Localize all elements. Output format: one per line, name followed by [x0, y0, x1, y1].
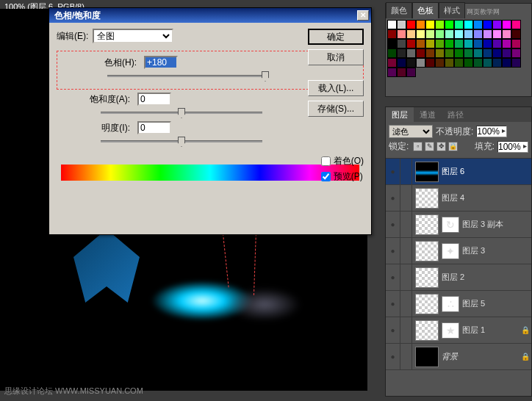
swatch[interactable] [511, 58, 521, 68]
swatch[interactable] [387, 20, 397, 29]
layer-thumbnail[interactable] [415, 347, 439, 367]
swatch[interactable] [425, 58, 435, 68]
layer-name[interactable]: 图层 5 [462, 298, 531, 309]
swatch[interactable] [454, 58, 464, 68]
blend-mode-select[interactable]: 滤色 [389, 125, 433, 138]
swatch[interactable] [387, 39, 397, 48]
swatch[interactable] [425, 29, 435, 39]
swatch[interactable] [397, 20, 406, 29]
layer-thumbnail[interactable] [415, 188, 439, 209]
swatch[interactable] [464, 58, 473, 68]
layer-row[interactable]: ↻图层 3 副本 [386, 212, 531, 238]
swatch[interactable] [445, 58, 454, 68]
layer-name[interactable]: 图层 3 [462, 245, 531, 256]
visibility-toggle[interactable] [386, 238, 400, 264]
swatch[interactable] [492, 48, 502, 58]
layer-thumbnail[interactable] [415, 267, 439, 288]
swatch[interactable] [445, 39, 454, 48]
swatch[interactable] [502, 29, 511, 39]
link-column[interactable] [400, 185, 412, 212]
colorize-checkbox[interactable]: 着色(O) [321, 155, 364, 167]
swatch[interactable] [473, 20, 483, 29]
tab-layers[interactable]: 图层 [386, 107, 414, 122]
swatch[interactable] [397, 58, 406, 68]
layer-thumbnail[interactable] [415, 214, 439, 235]
lock-all-icon[interactable]: 🔒 [448, 142, 458, 151]
swatch[interactable] [483, 39, 492, 48]
tab-channels[interactable]: 通道 [414, 107, 442, 122]
layer-thumbnail[interactable] [415, 241, 439, 261]
layer-name[interactable]: 图层 3 副本 [462, 219, 531, 230]
swatch[interactable] [416, 20, 425, 29]
layer-name[interactable]: 图层 4 [442, 192, 531, 203]
visibility-toggle[interactable] [386, 291, 400, 317]
swatch[interactable] [416, 58, 425, 68]
saturation-input[interactable] [137, 93, 171, 106]
swatch[interactable] [397, 48, 406, 58]
layer-name[interactable]: 图层 2 [442, 272, 531, 283]
swatch[interactable] [464, 48, 473, 58]
swatch[interactable] [435, 58, 445, 68]
swatch[interactable] [397, 29, 406, 39]
swatch[interactable] [454, 29, 464, 39]
swatch[interactable] [511, 29, 521, 39]
swatch[interactable] [473, 48, 483, 58]
close-button[interactable]: ✕ [357, 10, 369, 21]
swatch[interactable] [483, 20, 492, 29]
swatch[interactable] [387, 29, 397, 39]
swatch[interactable] [502, 58, 511, 68]
swatch[interactable] [492, 20, 502, 29]
link-column[interactable] [400, 344, 412, 370]
swatch[interactable] [406, 48, 416, 58]
layer-name[interactable]: 背景 [442, 351, 521, 362]
swatch[interactable] [473, 29, 483, 39]
link-column[interactable] [400, 159, 412, 185]
swatch[interactable] [445, 29, 454, 39]
visibility-toggle[interactable] [386, 264, 400, 291]
swatch[interactable] [435, 20, 445, 29]
lightness-input[interactable] [137, 121, 171, 134]
hue-input[interactable] [144, 56, 178, 69]
swatch[interactable] [511, 48, 521, 58]
layer-row[interactable]: 图层 4 [386, 185, 531, 212]
swatch[interactable] [473, 58, 483, 68]
link-column[interactable] [400, 238, 412, 264]
visibility-toggle[interactable] [386, 185, 400, 212]
edit-select[interactable]: 全图 [93, 29, 173, 43]
swatch[interactable] [425, 20, 435, 29]
swatch[interactable] [454, 48, 464, 58]
link-column[interactable] [400, 212, 412, 238]
swatch[interactable] [406, 58, 416, 68]
visibility-toggle[interactable] [386, 159, 400, 185]
swatch[interactable] [387, 58, 397, 68]
layer-row[interactable]: 图层 6 [386, 159, 531, 185]
swatch[interactable] [425, 39, 435, 48]
swatch[interactable] [406, 29, 416, 39]
lock-paint-icon[interactable]: ✎ [425, 142, 434, 151]
load-button[interactable]: 载入(L)... [308, 80, 364, 96]
swatch[interactable] [387, 48, 397, 58]
tab-color[interactable]: 颜色 [386, 2, 412, 18]
lightness-slider[interactable] [101, 140, 262, 142]
tab-swatch[interactable]: 色板 [412, 2, 439, 18]
dialog-titlebar[interactable]: 色相/饱和度 ✕ [49, 8, 371, 23]
swatch[interactable] [483, 58, 492, 68]
layer-thumbnail[interactable] [415, 320, 439, 341]
swatch[interactable] [454, 20, 464, 29]
swatch[interactable] [406, 20, 416, 29]
swatch[interactable] [387, 68, 397, 77]
layer-mask-thumbnail[interactable]: ★ [442, 322, 459, 339]
swatch[interactable] [435, 29, 445, 39]
swatch[interactable] [435, 48, 445, 58]
swatch[interactable] [435, 39, 445, 48]
swatch[interactable] [464, 20, 473, 29]
fill-input[interactable]: 100% [497, 141, 528, 153]
link-column[interactable] [400, 317, 412, 344]
layer-row[interactable]: 背景🔒 [386, 344, 531, 370]
save-button[interactable]: 存储(S)... [308, 101, 364, 117]
swatch[interactable] [473, 39, 483, 48]
layer-thumbnail[interactable] [415, 162, 439, 182]
tab-style[interactable]: 样式 [439, 2, 465, 18]
visibility-toggle[interactable] [386, 344, 400, 370]
swatch[interactable] [502, 39, 511, 48]
